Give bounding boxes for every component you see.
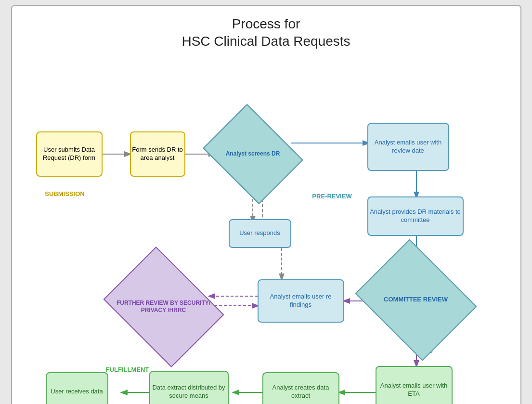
analyst-emails-eta-box: Analyst emails user with ETA <box>376 366 453 404</box>
form-sends-box: Form sends DR to area analyst <box>130 131 185 177</box>
analyst-provides-box: Analyst provides DR materials to committ… <box>367 196 464 236</box>
flowchart: NO YES SUBMISSION PRE-REVIEW FULFILLMENT… <box>22 60 511 404</box>
data-extract-box: Data extract distributed by secure means <box>149 371 229 404</box>
submission-label: SUBMISSION <box>36 190 94 198</box>
pre-review-label: PRE-REVIEW <box>301 193 363 201</box>
committee-review-diamond: COMMITTEE REVIEW <box>368 261 464 339</box>
analyst-emails-findings-box: Analyst emails user re findings <box>258 279 344 323</box>
analyst-emails-review-box: Analyst emails user with review date <box>367 123 449 171</box>
diagram-container: Process for HSC Clinical Data Requests <box>11 5 521 404</box>
analyst-screens-diamond: Analyst screens DR <box>213 123 293 185</box>
user-responds-box: User responds <box>229 219 291 248</box>
analyst-creates-box: Analyst creates data extract <box>262 372 339 404</box>
page-title: Process for HSC Clinical Data Requests <box>22 15 511 51</box>
user-receives-box: User receives data <box>46 372 108 404</box>
user-submits-box: User submits Data Request (DR) form <box>36 131 103 177</box>
further-review-diamond: FURTHER REVIEW BY SECURITY/ PRIVACY /HRR… <box>116 270 212 344</box>
